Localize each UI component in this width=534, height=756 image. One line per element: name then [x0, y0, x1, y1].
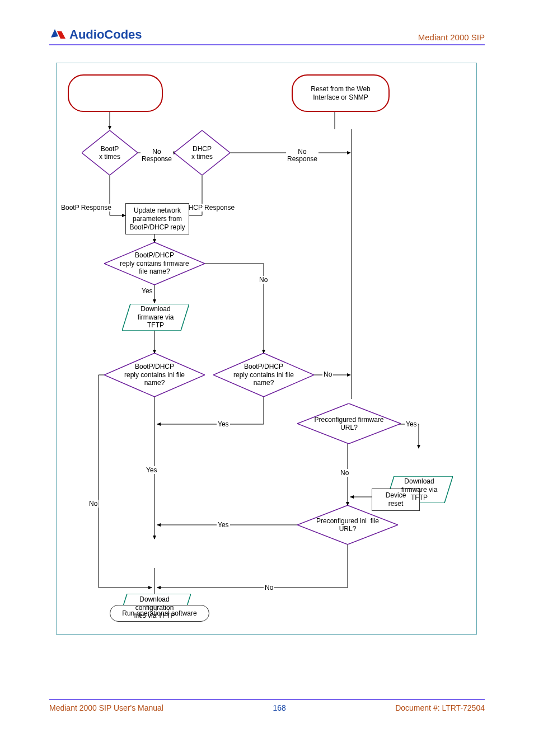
page-footer: Mediant 2000 SIP User's Manual 168 Docum…: [49, 699, 485, 712]
footer-right: Document #: LTRT-72504: [395, 703, 485, 712]
brand-logo: AudioCodes: [49, 27, 142, 42]
label-yes-preconf-firm: Yes: [405, 420, 418, 428]
label-no-response-1: No Response: [140, 148, 173, 163]
label-no-firm: No: [258, 276, 269, 284]
brand-text: AudioCodes: [69, 27, 142, 42]
decision-firmware-name: BootP/DHCP reply contains firmware file …: [104, 242, 205, 285]
decision-bootp-xtimes: BootP x times: [82, 130, 138, 175]
label-bootp-response: BootP Response: [60, 204, 113, 212]
decision-ini-name-left: BootP/DHCP reply contains ini file name?: [104, 353, 205, 397]
page-header: AudioCodes Mediant 2000 SIP: [49, 17, 485, 45]
label-yes-preconf-ini: Yes: [217, 521, 230, 529]
io-download-firmware: Download firmware via TFTP: [122, 304, 189, 331]
label-yes-ini-l: Yes: [145, 466, 158, 474]
terminator-reset-web: Reset from the Web Interface or SNMP: [292, 74, 390, 112]
label-no-ini-r: No: [322, 370, 333, 378]
label-dhcp-response: DHCP Response: [182, 204, 236, 212]
label-no-ini-l: No: [88, 500, 99, 508]
brand-icon: [49, 27, 67, 42]
process-update-network: Update network parameters from BootP/DHC…: [125, 203, 189, 234]
label-yes-ini-r: Yes: [217, 420, 230, 428]
figure-frame: Reset from the Web Interface or SNMP Boo…: [56, 63, 477, 635]
decision-dhcp-xtimes: DHCP x times: [174, 130, 230, 175]
footer-left: Mediant 2000 SIP User's Manual: [49, 703, 163, 712]
label-no-preconf-firm: No: [339, 469, 350, 477]
label-no-response-2: No Response: [286, 148, 318, 163]
header-right: Mediant 2000 SIP: [418, 32, 485, 42]
footer-page-number: 168: [273, 703, 285, 712]
decision-preconf-ini: Preconfigured ini file URL?: [297, 505, 398, 544]
decision-preconf-firmware: Preconfigured firmware URL?: [297, 403, 401, 444]
page: AudioCodes Mediant 2000 SIP: [0, 0, 534, 756]
terminator-start-physical-reset: [68, 74, 163, 112]
decision-ini-name-right: BootP/DHCP reply contains ini file name?: [213, 353, 314, 397]
label-no-preconf-ini: No: [264, 584, 274, 591]
label-yes-firm: Yes: [140, 287, 154, 295]
